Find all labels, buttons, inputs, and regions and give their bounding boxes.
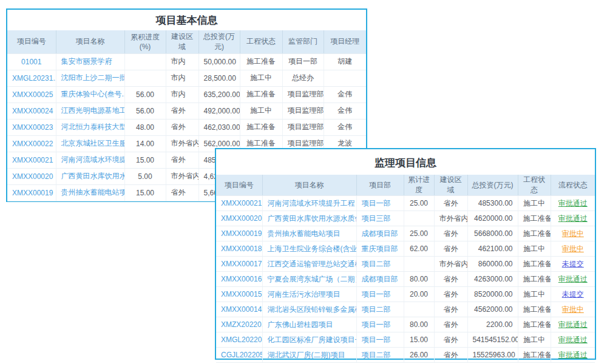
cell-progress [404,257,434,272]
cell-region: 市内 [166,86,198,103]
cell-status: 施工中 [518,196,551,211]
column-header: 监管部门 [282,30,324,53]
column-header: 工程状态 [518,175,551,196]
cell-name[interactable]: 沈阳市上沙二期一批... [56,70,124,86]
cell-dept[interactable]: 项目二部 [356,257,404,272]
cell-name[interactable]: 河北恒力泰科技大型... [56,119,124,135]
cell-flow[interactable]: 审批通过 [551,348,595,363]
cell-id[interactable]: 01001 [7,53,56,70]
cell-status: 施工中 [518,241,551,257]
cell-manager: 胡建 [324,53,366,70]
cell-name[interactable]: 集安市丽景学府 [56,53,124,70]
cell-region: 省外 [434,348,467,363]
cell-id[interactable]: XMXX00016 [216,272,262,287]
cell-status: 施工准备 [240,119,282,135]
cell-dept[interactable]: 成都项目部 [356,226,404,241]
cell-flow[interactable]: 审批中 [551,241,595,257]
supervision-project-info-panel: 监理项目信息 项目编号 项目名称 项目部 累计进度 建设区域 总投资(万元) 工… [215,148,596,360]
cell-progress: 56.00 [124,86,166,103]
header-row: 项目编号 项目名称 累积进度 (%) 建设区域 总投资(万元) 工程状态 监管部… [7,30,366,53]
panel-title: 项目基本信息 [7,10,366,30]
cell-id[interactable]: CGJL202205... [216,348,262,363]
cell-id[interactable]: XMXX00019 [216,226,262,241]
cell-dept[interactable]: 成都项目部 [356,272,404,287]
cell-dept[interactable]: 项目二部 [356,302,404,317]
cell-status: 施工中 [240,103,282,119]
cell-name[interactable]: 江西交通运输管理总站交通枢纽及... [262,257,356,272]
column-header: 项目部 [356,175,404,196]
column-header: 累计进度 [404,175,434,196]
column-header: 总投资(万元) [198,30,240,53]
cell-dept[interactable]: 项目二部 [356,348,404,363]
cell-dept[interactable]: 项目一部 [356,196,404,211]
cell-dept[interactable]: 项目一部 [356,332,404,348]
cell-name[interactable]: 上海卫生院业务综合楼(含业务用... [262,241,356,257]
cell-flow[interactable]: 审批通过 [551,272,595,287]
cell-dept[interactable]: 项目一部 [356,317,404,332]
cell-flow[interactable]: 审批通过 [551,317,595,332]
table-row: XMXX00020广西黄田水库饮用水源水质保护项目项目三部市外省内4620000… [216,211,595,226]
cell-id[interactable]: XMXX00023 [7,119,56,135]
cell-flow[interactable]: 审批中 [551,226,595,241]
cell-progress [124,53,166,70]
cell-name[interactable]: 贵州抽水蓄能电站项目 [56,184,124,201]
cell-dept[interactable]: 项目三部 [356,211,404,226]
cell-name[interactable]: 河南河流域水环境提... [56,152,124,168]
table-row: XMXX00021河南河流域水环境提升工程项目一部25.00省外485300.0… [216,196,595,211]
cell-name[interactable]: 河南生活污水治理项目 [262,287,356,302]
cell-progress [124,70,166,86]
cell-flow[interactable]: 审批通过 [551,332,595,348]
cell-name[interactable]: 化工园区标准厂房建设项目一期项目 [262,332,356,348]
cell-name[interactable]: 广西黄田水库饮用水... [56,168,124,184]
column-header: 工程状态 [240,30,282,53]
cell-id[interactable]: XMXX00014 [216,302,262,317]
cell-name[interactable]: 重庆体验中心(叁号... [56,86,124,103]
cell-id[interactable]: XMXX00024 [7,103,56,119]
cell-name[interactable]: 北京东城社区卫生服... [56,135,124,152]
cell-id[interactable]: XMXX00020 [7,168,56,184]
cell-id[interactable]: XMXX00017 [216,257,262,272]
cell-status: 施工准备 [518,257,551,272]
cell-id[interactable]: XMXX00015 [216,287,262,302]
cell-invest: 860000.00 [467,257,518,272]
cell-id[interactable]: XMXX00021 [216,196,262,211]
cell-dept[interactable]: 重庆项目部 [356,241,404,257]
cell-flow[interactable]: 审批通过 [551,211,595,226]
cell-status: 施工准备 [518,317,551,332]
cell-invest: 462,030.00 [198,119,240,135]
cell-id[interactable]: XMGL20231... [7,70,56,86]
cell-name[interactable]: 广东佛山碧桂园项目 [262,317,356,332]
cell-flow[interactable]: 未提交 [551,257,595,272]
table-row: XMXX00017江西交通运输管理总站交通枢纽及...项目二部市外省内86000… [216,257,595,272]
cell-flow[interactable]: 审批中 [551,302,595,317]
cell-id[interactable]: XMZX20220... [216,317,262,332]
cell-name[interactable]: 湖北武汉厂房(二期)项目 [262,348,356,363]
cell-region: 省外 [166,119,198,135]
cell-id[interactable]: XMXX00020 [216,211,262,226]
cell-invest: 492,000.00 [198,103,240,119]
cell-name[interactable]: 广西黄田水库饮用水源水质保护项目 [262,211,356,226]
cell-name[interactable]: 宁夏会展湾东城广场（二期）工程 [262,272,356,287]
cell-dept: 项目监理部 [282,119,324,135]
cell-id[interactable]: XMXX00021 [7,152,56,168]
cell-name[interactable]: 江西光明电源基地工程 [56,103,124,119]
column-header: 项目名称 [56,30,124,53]
table-row: XMXX00019贵州抽水蓄能电站项目成都项目部25.00省外5668000.0… [216,226,595,241]
cell-flow[interactable]: 审批通过 [551,196,595,211]
table-row: XMGL20231...沈阳市上沙二期一批...市内28,500.00施工中总经… [7,70,366,86]
cell-flow[interactable]: 未提交 [551,287,595,302]
cell-region: 市内 [166,70,198,86]
cell-region: 省外 [434,332,467,348]
cell-id[interactable]: XMXX00022 [7,135,56,152]
cell-id[interactable]: XMGL20220... [216,332,262,348]
cell-dept[interactable]: 项目一部 [356,287,404,302]
cell-status: 施工中 [518,287,551,302]
cell-id[interactable]: XMXX00018 [216,241,262,257]
cell-status: 施工准备 [518,272,551,287]
cell-name[interactable]: 贵州抽水蓄能电站项目 [262,226,356,241]
cell-id[interactable]: XMXX00025 [7,86,56,103]
cell-name[interactable]: 河南河流域水环境提升工程 [262,196,356,211]
cell-id[interactable]: XMXX00019 [7,184,56,201]
cell-name[interactable]: 湖北岩头区段铅锌银多金属矿开采... [262,302,356,317]
column-header: 建设区域 [166,30,198,53]
